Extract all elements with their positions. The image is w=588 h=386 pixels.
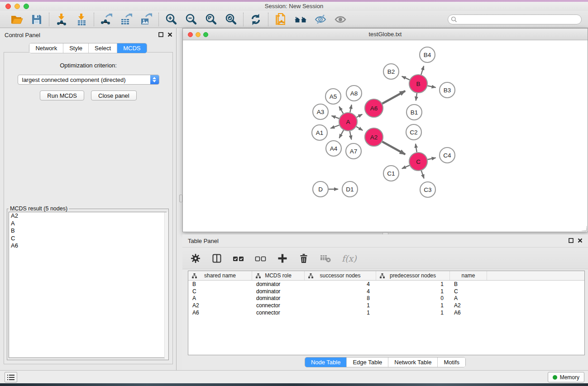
column-header-successor-nodes[interactable]: successor nodes (305, 271, 376, 280)
zoom-fit-icon[interactable] (204, 12, 218, 27)
edge-B-B4[interactable] (421, 66, 424, 75)
cell-shared-name[interactable]: B (188, 281, 252, 287)
node-A7[interactable]: A7 (346, 143, 361, 159)
node-C4[interactable]: C4 (440, 148, 455, 163)
node-B3[interactable]: B3 (440, 82, 455, 98)
float-panel-icon[interactable] (158, 32, 163, 37)
cell-predecessor-nodes[interactable]: 0 (376, 295, 450, 301)
node-C[interactable]: C (409, 152, 427, 171)
result-item-c[interactable]: C (9, 235, 166, 243)
float-panel-icon[interactable] (569, 238, 574, 243)
close-panel-icon[interactable] (578, 238, 583, 243)
edge-A-A7[interactable] (350, 131, 352, 140)
tab-network-table[interactable]: Network Table (388, 357, 437, 367)
edge-C-C3[interactable] (421, 171, 424, 179)
tab-node-table[interactable]: Node Table (305, 357, 347, 367)
network-canvas[interactable]: B4B2BB3A5A8A6A3B1AA1C2A2A4A7C4CC1C3DD1 (183, 41, 588, 232)
node-A[interactable]: A (339, 113, 357, 131)
node-B4[interactable]: B4 (420, 47, 435, 62)
edge-A-A8[interactable] (350, 105, 352, 113)
node-D[interactable]: D (313, 181, 328, 197)
run-mcds-button[interactable]: Run MCDS (40, 91, 84, 100)
edge-C-C4[interactable] (428, 158, 436, 160)
edge-A6-B[interactable] (382, 91, 405, 104)
node-A3[interactable]: A3 (313, 104, 328, 119)
search-input[interactable] (448, 14, 582, 24)
resize-grip-icon[interactable] (581, 225, 587, 231)
column-header-predecessor-nodes[interactable]: predecessor nodes (376, 271, 450, 280)
zoom-in-icon[interactable] (164, 12, 178, 27)
import-table-icon[interactable] (74, 12, 89, 27)
node-B2[interactable]: B2 (383, 64, 399, 79)
cell-successor-nodes[interactable]: 8 (305, 295, 376, 301)
result-item-a2[interactable]: A2 (9, 212, 166, 220)
result-scrollbar[interactable] (164, 212, 168, 359)
toggle-columns-icon[interactable] (211, 252, 222, 265)
cell-name[interactable]: C (450, 288, 487, 295)
node-A1[interactable]: A1 (312, 125, 327, 140)
table-row[interactable]: Bdominator41B (188, 281, 584, 288)
tab-mcds[interactable]: MCDS (117, 43, 146, 53)
open-file-icon[interactable] (10, 12, 24, 27)
add-row-icon[interactable] (277, 252, 288, 265)
cell-shared-name[interactable]: A (188, 295, 252, 301)
cell-successor-nodes[interactable]: 4 (305, 281, 376, 287)
tab-edge-table[interactable]: Edge Table (346, 357, 388, 367)
cell-successor-nodes[interactable]: 4 (305, 288, 376, 295)
cell-predecessor-nodes[interactable]: 1 (376, 281, 450, 287)
cell-predecessor-nodes[interactable]: 1 (376, 310, 450, 316)
cell-successor-nodes[interactable]: 1 (305, 302, 376, 309)
column-header-shared-name[interactable]: shared name (188, 271, 252, 280)
node-A6[interactable]: A6 (365, 99, 383, 117)
network-window-titlebar[interactable]: testGlobe.txt (183, 29, 588, 40)
task-history-button[interactable] (5, 372, 17, 382)
network-canvas-svg[interactable]: B4B2BB3A5A8A6A3B1AA1C2A2A4A7C4CC1C3DD1 (183, 41, 588, 232)
table-row[interactable]: A6connector11A6 (188, 309, 584, 316)
cell-predecessor-nodes[interactable]: 1 (376, 288, 450, 295)
edge-B-B1[interactable] (416, 93, 417, 101)
close-panel-button[interactable]: Close panel (91, 91, 137, 100)
zoom-selected-icon[interactable] (224, 12, 238, 27)
table-row[interactable]: Adominator80A (188, 295, 584, 302)
cell-name[interactable]: A2 (450, 302, 487, 309)
cell-name[interactable]: A (450, 295, 487, 301)
apply-layout-icon[interactable] (249, 12, 263, 27)
criterion-dropdown[interactable]: largest connected component (directed) (18, 75, 159, 85)
tab-motifs[interactable]: Motifs (437, 357, 465, 367)
result-item-a6[interactable]: A6 (9, 242, 166, 250)
column-header-mcds-role[interactable]: MCDS role (252, 271, 305, 280)
cell-mcds-role[interactable]: dominator (252, 281, 305, 287)
close-panel-icon[interactable] (167, 32, 172, 37)
node-A4[interactable]: A4 (326, 141, 341, 156)
first-neighbors-icon[interactable] (293, 12, 308, 27)
node-D1[interactable]: D1 (342, 181, 358, 197)
table-row[interactable]: A2connector11A2 (188, 302, 584, 309)
save-session-icon[interactable] (29, 12, 44, 27)
cell-shared-name[interactable]: A6 (188, 310, 252, 316)
cell-shared-name[interactable]: A2 (188, 302, 252, 309)
cell-successor-nodes[interactable]: 1 (305, 310, 376, 316)
tab-style[interactable]: Style (63, 43, 88, 53)
export-image-icon[interactable] (139, 12, 153, 27)
node-C3[interactable]: C3 (420, 182, 435, 197)
node-B1[interactable]: B1 (406, 105, 422, 120)
edge-A-A5[interactable] (339, 106, 343, 114)
delete-row-icon[interactable] (298, 252, 309, 265)
edge-A-A6[interactable] (357, 114, 363, 118)
node-C1[interactable]: C1 (383, 166, 399, 181)
export-table-icon[interactable] (119, 12, 134, 27)
result-item-b[interactable]: B (9, 227, 166, 235)
new-network-from-selection-icon[interactable] (273, 12, 288, 27)
node-A8[interactable]: A8 (346, 86, 362, 101)
edge-C-C2[interactable] (416, 144, 417, 152)
cell-name[interactable]: B (450, 281, 487, 287)
deselect-all-icon[interactable] (255, 252, 267, 265)
import-network-icon[interactable] (54, 12, 69, 27)
hide-selected-icon[interactable] (313, 12, 328, 27)
vertical-splitter-handle[interactable] (179, 195, 182, 202)
edge-A-A3[interactable] (332, 116, 339, 119)
delete-table-icon[interactable] (320, 252, 331, 265)
settings-icon[interactable] (190, 252, 201, 265)
edge-A-A4[interactable] (339, 130, 344, 138)
select-all-icon[interactable] (233, 252, 244, 265)
